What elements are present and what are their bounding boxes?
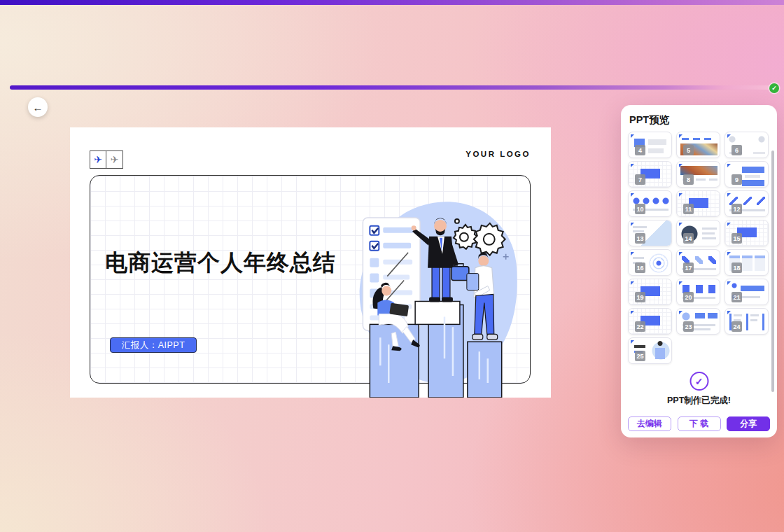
edit-pen-icon: [631, 193, 634, 197]
slide-number-badge: 23: [683, 321, 694, 332]
slide-number-badge: 8: [683, 174, 694, 185]
ppt-preview-panel: PPT预览 4567891011121314151617181920212223…: [621, 105, 777, 438]
slide-number-badge: 10: [635, 204, 645, 214]
plane-toggle[interactable]: ✈ ✈: [90, 150, 123, 169]
slide-number-badge: 5: [683, 145, 694, 155]
panel-scrollbar[interactable]: [771, 150, 774, 392]
edit-pen-icon: [727, 281, 731, 285]
slide-title: 电商运营个人年终总结: [105, 248, 336, 279]
slide-number-badge: 7: [635, 174, 645, 185]
slide-thumbnail[interactable]: 8: [676, 161, 720, 188]
slide-thumbnail[interactable]: 23: [676, 308, 720, 335]
edit-pen-icon: [679, 134, 682, 138]
slide-thumbnail[interactable]: 11: [676, 190, 720, 217]
slide-number-badge: 25: [635, 351, 645, 361]
done-check-icon: ✓: [690, 372, 708, 391]
edit-pen-icon: [679, 223, 682, 226]
slide-illustration: [346, 198, 532, 398]
slide-thumbnail[interactable]: 22: [628, 308, 672, 335]
edit-pen-icon: [679, 311, 682, 314]
slide-thumbnail[interactable]: 4: [628, 132, 672, 158]
progress-complete-icon: ✓: [769, 83, 779, 93]
top-gradient-strip: [0, 0, 784, 5]
edit-pen-icon: [631, 311, 634, 314]
edit-pen-icon: [631, 134, 634, 138]
edit-pen-icon: [631, 223, 634, 226]
slide-preview-canvas: ✈ ✈ YOUR LOGO 电商运营个人年终总结 汇报人：AIPPT: [70, 127, 551, 398]
slide-thumbnail[interactable]: 25: [628, 337, 672, 364]
slide-thumbnail[interactable]: 20: [676, 279, 720, 305]
slide-thumbnail[interactable]: 5: [676, 132, 720, 158]
done-text: PPT制作已完成!: [621, 395, 777, 407]
slide-number-badge: 24: [732, 321, 742, 332]
edit-pen-icon: [631, 252, 634, 255]
slide-number-badge: 12: [732, 204, 742, 214]
slide-thumbnail[interactable]: 7: [628, 161, 672, 188]
panel-title: PPT预览: [629, 113, 669, 127]
edit-pen-icon: [727, 311, 731, 314]
slide-number-badge: 13: [635, 233, 645, 244]
edit-pen-icon: [727, 223, 731, 226]
slide-thumbnail[interactable]: 24: [724, 308, 769, 335]
slide-thumbnail[interactable]: 12: [724, 190, 769, 217]
slide-number-badge: 11: [683, 204, 694, 214]
slide-thumbnail[interactable]: 18: [724, 249, 769, 276]
edit-pen-icon: [727, 134, 731, 138]
slide-thumbnail[interactable]: 15: [724, 220, 769, 246]
slide-number-badge: 14: [683, 233, 694, 244]
slide-thumbnail[interactable]: 13: [628, 220, 672, 246]
edit-pen-icon: [679, 193, 682, 197]
edit-pen-icon: [631, 340, 634, 344]
edit-pen-icon: [727, 164, 731, 167]
slide-number-badge: 22: [635, 321, 645, 332]
thumbnail-grid: 45678910111213141516171819202122232425: [628, 132, 769, 364]
slide-number-badge: 20: [683, 292, 694, 302]
slide-thumbnail[interactable]: 9: [724, 161, 769, 188]
slide-thumbnail[interactable]: 17: [676, 249, 720, 276]
edit-pen-icon: [631, 164, 634, 167]
download-button[interactable]: 下 载: [678, 416, 721, 431]
edit-pen-icon: [727, 193, 731, 197]
slide-thumbnail[interactable]: 16: [628, 249, 672, 276]
slide-logo-text: YOUR LOGO: [465, 150, 531, 158]
edit-pen-icon: [679, 281, 682, 285]
slide-number-badge: 18: [732, 262, 742, 273]
edit-pen-icon: [631, 281, 634, 285]
slide-thumbnail[interactable]: 6: [724, 132, 769, 158]
slide-number-badge: 21: [732, 292, 742, 302]
slide-thumbnail[interactable]: 10: [628, 190, 672, 217]
plane-blue-icon[interactable]: ✈: [90, 150, 106, 169]
slide-thumbnail[interactable]: 19: [628, 279, 672, 305]
plane-gray-icon[interactable]: ✈: [106, 150, 123, 169]
edit-button[interactable]: 去编辑: [628, 416, 671, 431]
slide-thumbnail[interactable]: 21: [724, 279, 769, 305]
panel-actions: 去编辑 下 载 分享: [628, 416, 770, 431]
edit-pen-icon: [679, 252, 682, 255]
back-button[interactable]: ←: [28, 97, 48, 117]
slide-thumbnail[interactable]: 14: [676, 220, 720, 246]
progress-bar: [10, 85, 770, 90]
share-button[interactable]: 分享: [727, 416, 770, 431]
slide-number-badge: 4: [635, 145, 645, 155]
edit-pen-icon: [727, 252, 731, 255]
slide-number-badge: 9: [732, 174, 742, 185]
slide-number-badge: 6: [732, 145, 742, 155]
slide-number-badge: 19: [635, 292, 645, 302]
slide-number-badge: 15: [732, 233, 742, 244]
reporter-badge: 汇报人：AIPPT: [110, 337, 197, 353]
edit-pen-icon: [679, 164, 682, 167]
slide-number-badge: 16: [635, 262, 645, 273]
slide-number-badge: 17: [683, 262, 694, 273]
